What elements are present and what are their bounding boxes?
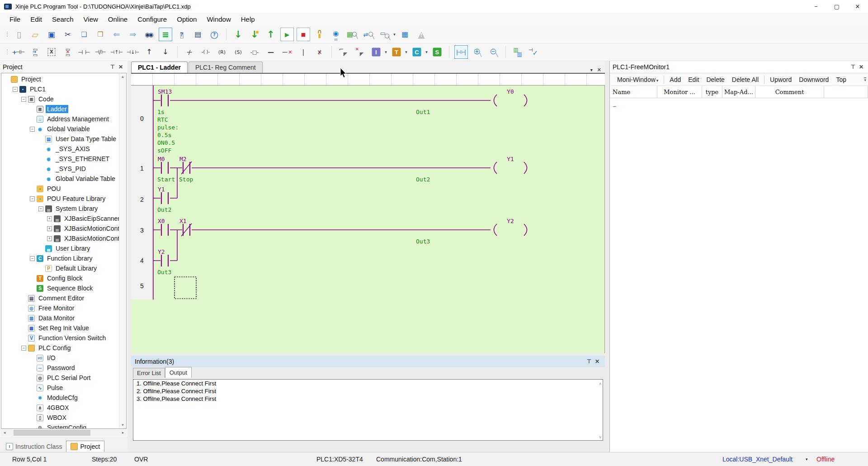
instruction-input-caret-icon[interactable]: ▾ xyxy=(385,50,387,54)
connection-config[interactable]: Local:USB_Xnet_Default xyxy=(722,456,793,463)
find-move-button[interactable]: ⇄○╲ xyxy=(362,28,375,41)
collapse-icon[interactable]: − xyxy=(30,256,35,261)
download-button[interactable]: ↓ xyxy=(231,28,245,41)
collapse-icon[interactable]: − xyxy=(21,97,26,102)
monitor-edit-button[interactable]: Edit xyxy=(684,76,703,83)
tree-item-code[interactable]: −≣Code xyxy=(1,94,119,104)
close-icon[interactable]: ✕ xyxy=(117,64,125,70)
close-button[interactable]: ✕ xyxy=(847,0,868,13)
collapse-icon[interactable]: − xyxy=(38,206,43,211)
column-header-empty[interactable] xyxy=(824,86,868,98)
ladder-contact-x1[interactable] xyxy=(181,223,192,236)
scroll-left-icon[interactable]: ◂ xyxy=(1,429,8,437)
hline-button[interactable]: — xyxy=(264,45,278,59)
undo-button[interactable]: ⇐ xyxy=(110,28,123,41)
lock-button[interactable]: ∩▮ xyxy=(313,28,326,41)
syntax-check-button[interactable]: ⊣✓ xyxy=(527,45,541,59)
tree-item-systemconfig[interactable]: ❂SystemConfig xyxy=(1,423,119,429)
zoom-out-button[interactable]: ○−╲ xyxy=(487,45,500,59)
collapse-icon[interactable]: − xyxy=(30,127,35,132)
ladder-contact-m2[interactable] xyxy=(181,162,192,174)
chevron-down-icon[interactable]: ▾ xyxy=(806,457,808,461)
contact-rising-button[interactable]: ⊣↑⊢ xyxy=(110,45,123,59)
help-button[interactable]: ○? xyxy=(208,28,221,41)
tree-item-i-o[interactable]: I/OI/O xyxy=(1,353,119,363)
delete-row-button[interactable]: ▭▭✕ xyxy=(61,45,75,59)
invert-button[interactable]: —∕ xyxy=(183,45,196,59)
insert-node-button[interactable]: +⊣⊢ xyxy=(12,45,26,59)
vline-down-button[interactable]: ↓ xyxy=(159,45,172,59)
tree-item-password[interactable]: •••Password xyxy=(1,363,119,373)
monitor-table-row[interactable]: _ xyxy=(610,98,868,108)
counter-input-button[interactable]: C▾ xyxy=(410,45,424,59)
scroll-down-icon[interactable]: ∨ xyxy=(599,435,602,439)
scroll-up-icon[interactable]: ∧ xyxy=(599,381,602,386)
timer-input-caret-icon[interactable]: ▾ xyxy=(405,50,407,54)
contact-open-button[interactable]: ⊣ ⊢ xyxy=(77,45,91,59)
scroll-down-icon[interactable]: ▼ xyxy=(119,422,126,428)
tree-item-system-library[interactable]: −▄System Library xyxy=(1,204,119,214)
monitor-delete-button[interactable]: Delete xyxy=(703,76,728,83)
function-block-button[interactable]: -□- xyxy=(248,45,261,59)
maximize-button[interactable]: ▢ xyxy=(826,0,847,13)
ladder-view-button[interactable]: ≡ xyxy=(159,28,172,41)
tree-item-pulse[interactable]: ∿Pulse xyxy=(1,383,119,393)
instruction-input-button[interactable]: I▾ xyxy=(369,45,383,59)
menu-search[interactable]: Search xyxy=(47,13,79,26)
column-header-comment[interactable]: Comment xyxy=(755,86,824,98)
tree-item-default-library[interactable]: PDefault Library xyxy=(1,263,119,273)
monitor-delete-all-button[interactable]: Delete All xyxy=(728,76,762,83)
zoom-select-caret-icon[interactable]: ▾ xyxy=(393,32,396,37)
tree-vertical-scrollbar[interactable]: ▲ ▼ xyxy=(119,73,126,428)
scrollbar-thumb[interactable] xyxy=(14,430,90,436)
counter-input-caret-icon[interactable]: ▾ xyxy=(425,50,428,54)
ladder-il-convert-button[interactable]: ▥▥ xyxy=(511,45,524,59)
insert-row-button[interactable]: ▭▭→ xyxy=(28,45,42,59)
tree-item-function-library[interactable]: −CFunction Library xyxy=(1,253,119,263)
redo-button[interactable]: ⇒ xyxy=(126,28,140,41)
panel-tab-instruction-class[interactable]: IInstruction Class xyxy=(2,441,66,452)
tree-item-global-variable[interactable]: −◉Global Variable xyxy=(1,124,119,134)
coil-set-button[interactable]: (S) xyxy=(231,45,245,59)
tree-item-user-data-type-table[interactable]: ▤User Data Type Table xyxy=(1,134,119,144)
tab-plc1-ladder[interactable]: PLC1 - Ladder xyxy=(131,62,188,73)
tree-item-user-library[interactable]: ▄User Library xyxy=(1,243,119,253)
tree-item-plc-serial-port[interactable]: ◍PLC Serial Port xyxy=(1,373,119,383)
instruction-hint-button[interactable]: ▯? xyxy=(175,28,189,41)
tree-item-function-version-switch[interactable]: VFunction Version Switch xyxy=(1,333,119,343)
column-header-name[interactable]: Name xyxy=(610,86,657,98)
copy-button[interactable]: ❑ xyxy=(77,28,91,41)
tree-item-wbox[interactable]: ▯WBOX xyxy=(1,413,119,423)
contact-closed-button[interactable]: ⊣/⊢ xyxy=(94,45,107,59)
ladder-editor[interactable]: SM131sRTCpulse:0.5sON0.5sOFFM0StartM2Sto… xyxy=(131,86,605,353)
expand-icon[interactable]: + xyxy=(47,236,52,241)
menu-window[interactable]: Window xyxy=(202,13,236,26)
minimize-button[interactable]: − xyxy=(806,0,826,13)
tree-item-plc1[interactable]: −▪PLC1 xyxy=(1,84,119,94)
monitor-add-button[interactable]: Add xyxy=(666,76,684,83)
coil-reset-button[interactable]: (R) xyxy=(215,45,229,59)
cut-button[interactable]: ✂ xyxy=(61,28,75,41)
monitor-upword-button[interactable]: Upword xyxy=(766,76,795,83)
expand-icon[interactable]: + xyxy=(47,216,52,221)
output-log[interactable]: ∧ ∨ 1. Offilne,Please Connect First2. Of… xyxy=(133,379,603,441)
menu-option[interactable]: Option xyxy=(172,13,202,26)
tree-item-plc-config[interactable]: −PLC Config xyxy=(1,343,119,353)
tree-item-4gbox[interactable]: ⋔4GBOX xyxy=(1,403,119,413)
zoom-select-button[interactable]: ▭○╲▾ xyxy=(378,28,392,41)
download-secure-button[interactable]: ↓▪ xyxy=(248,28,261,41)
column-header-type[interactable]: type xyxy=(702,86,722,98)
collapse-icon[interactable]: − xyxy=(13,87,18,92)
monitor-button[interactable]: ◉▄ xyxy=(329,28,343,41)
info-tab-output[interactable]: Output xyxy=(165,367,192,378)
tree-item-xjbasicmotioncontrolc[interactable]: +▄XJBasicMotionControlC xyxy=(1,233,119,243)
tree-item-global-variable-table[interactable]: ◉Global Variable Table xyxy=(1,174,119,184)
panel-tab-project[interactable]: Project xyxy=(66,441,104,452)
tab-close-icon[interactable]: ✕ xyxy=(597,67,601,73)
paste-button[interactable]: ❒ xyxy=(94,28,107,41)
tree-horizontal-scrollbar[interactable]: ◂ ▸ xyxy=(1,429,127,437)
tree-item-ladder[interactable]: ≣Ladder xyxy=(1,104,119,114)
warning-button[interactable]: ▲! xyxy=(415,28,428,41)
vline-up-button[interactable]: ↑ xyxy=(142,45,156,59)
tree-item-address-management[interactable]: ⌂Address Management xyxy=(1,114,119,124)
